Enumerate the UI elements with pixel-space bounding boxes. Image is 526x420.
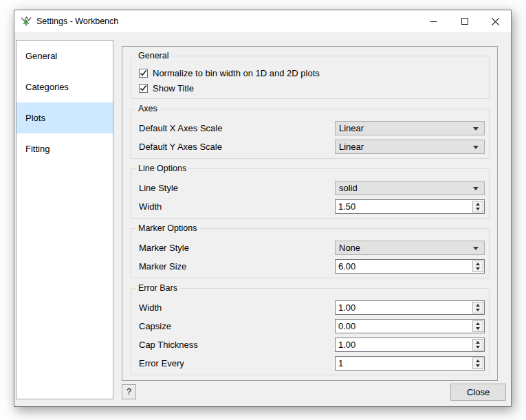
spin-up-button[interactable] bbox=[473, 261, 483, 267]
group-title: General bbox=[135, 51, 171, 61]
capsize-spinbox[interactable] bbox=[335, 319, 485, 333]
spin-buttons bbox=[472, 201, 483, 212]
triangle-up-icon bbox=[476, 263, 480, 265]
normalize-bin-width-checkbox[interactable] bbox=[139, 69, 148, 78]
checkbox-label: Show Title bbox=[153, 83, 194, 93]
dropdown-value: solid bbox=[339, 183, 358, 193]
triangle-down-icon bbox=[476, 346, 480, 349]
check-icon bbox=[140, 69, 147, 77]
row-label: Width bbox=[139, 201, 162, 212]
setting-row-cap-thickness: Cap Thickness bbox=[139, 338, 485, 352]
spin-down-button[interactable] bbox=[473, 308, 483, 313]
spin-buttons bbox=[472, 339, 483, 351]
triangle-down-icon bbox=[476, 309, 480, 311]
close-window-button[interactable] bbox=[480, 10, 511, 32]
settings-window: Settings - Workbench General Categories … bbox=[14, 10, 512, 407]
spin-up-button[interactable] bbox=[473, 201, 483, 207]
triangle-up-icon bbox=[476, 322, 480, 325]
spin-up-button[interactable] bbox=[473, 358, 483, 364]
dropdown-value: Linear bbox=[339, 123, 364, 133]
setting-row-marker-size: Marker Size bbox=[139, 259, 485, 274]
group-line-options: Line Options Line Style solid Width bbox=[131, 168, 490, 219]
spin-down-button[interactable] bbox=[473, 327, 483, 332]
setting-row-normalize-bin-width: Normalize to bin width on 1D and 2D plot… bbox=[139, 68, 485, 78]
sidebar-item-fitting[interactable]: Fitting bbox=[17, 133, 113, 164]
line-style-dropdown[interactable]: solid bbox=[335, 181, 485, 195]
error-every-spinbox[interactable] bbox=[335, 356, 485, 371]
line-width-spinbox[interactable] bbox=[335, 199, 485, 214]
row-label: Default X Axes Scale bbox=[139, 123, 222, 133]
sidebar-item-general[interactable]: General bbox=[17, 41, 113, 71]
errorbar-width-input[interactable] bbox=[336, 301, 470, 314]
setting-row-capsize: Capsize bbox=[139, 319, 485, 333]
row-label: Cap Thickness bbox=[139, 340, 198, 350]
triangle-up-icon bbox=[476, 304, 480, 307]
setting-row-y-scale: Default Y Axes Scale Linear bbox=[139, 140, 485, 154]
spin-buttons bbox=[472, 302, 483, 313]
chevron-down-icon bbox=[473, 187, 479, 190]
row-label: Default Y Axes Scale bbox=[139, 142, 222, 152]
chevron-down-icon bbox=[473, 146, 479, 149]
show-title-checkbox[interactable] bbox=[139, 84, 148, 93]
line-width-input[interactable] bbox=[336, 200, 470, 213]
marker-style-dropdown[interactable]: None bbox=[335, 241, 485, 255]
triangle-down-icon bbox=[476, 364, 480, 367]
spin-up-button[interactable] bbox=[473, 302, 483, 308]
spin-down-button[interactable] bbox=[473, 364, 483, 369]
window-title: Settings - Workbench bbox=[36, 16, 118, 26]
spin-down-button[interactable] bbox=[473, 207, 483, 212]
triangle-up-icon bbox=[476, 341, 480, 344]
triangle-up-icon bbox=[476, 203, 480, 206]
row-label: Error Every bbox=[139, 358, 184, 368]
dropdown-value: Linear bbox=[339, 142, 364, 152]
minimize-button[interactable] bbox=[418, 10, 449, 32]
help-button[interactable]: ? bbox=[122, 384, 136, 399]
close-icon bbox=[492, 18, 499, 25]
group-axes: Axes Default X Axes Scale Linear Default… bbox=[131, 109, 490, 159]
spin-buttons bbox=[472, 357, 483, 369]
marker-size-input[interactable] bbox=[336, 260, 470, 273]
setting-row-errorbar-width: Width bbox=[139, 300, 485, 315]
cap-thickness-input[interactable] bbox=[336, 338, 470, 351]
triangle-down-icon bbox=[476, 208, 480, 210]
spin-down-button[interactable] bbox=[473, 267, 483, 272]
title-bar: Settings - Workbench bbox=[14, 10, 511, 32]
default-x-axes-scale-dropdown[interactable]: Linear bbox=[335, 121, 485, 135]
spin-up-button[interactable] bbox=[473, 340, 483, 345]
row-label: Marker Style bbox=[139, 243, 189, 253]
chevron-down-icon bbox=[473, 127, 479, 131]
setting-row-marker-style: Marker Style None bbox=[139, 241, 485, 255]
mantid-logo-icon bbox=[21, 16, 32, 27]
sidebar-item-plots[interactable]: Plots bbox=[17, 102, 113, 133]
spin-down-button[interactable] bbox=[473, 345, 483, 351]
spin-buttons bbox=[472, 320, 483, 332]
maximize-button[interactable] bbox=[449, 10, 480, 32]
row-label: Width bbox=[139, 302, 162, 313]
check-icon bbox=[140, 85, 147, 92]
errorbar-width-spinbox[interactable] bbox=[335, 300, 485, 315]
sidebar-item-categories[interactable]: Categories bbox=[17, 71, 113, 102]
group-error-bars: Error Bars Width Capsize bbox=[131, 288, 490, 375]
setting-row-show-title: Show Title bbox=[139, 83, 485, 93]
plots-settings-panel: General Normalize to bin width on 1D and… bbox=[122, 46, 498, 381]
checkbox-label: Normalize to bin width on 1D and 2D plot… bbox=[153, 68, 320, 78]
group-title: Error Bars bbox=[135, 283, 180, 294]
group-title: Line Options bbox=[135, 164, 189, 174]
row-label: Line Style bbox=[139, 183, 178, 193]
chevron-down-icon bbox=[473, 247, 479, 250]
cap-thickness-spinbox[interactable] bbox=[335, 338, 485, 352]
error-every-input[interactable] bbox=[336, 357, 470, 370]
group-title: Marker Options bbox=[135, 223, 199, 234]
close-button[interactable]: Close bbox=[450, 384, 506, 401]
spin-buttons bbox=[472, 261, 483, 272]
triangle-up-icon bbox=[476, 360, 480, 362]
maximize-icon bbox=[461, 18, 468, 25]
default-y-axes-scale-dropdown[interactable]: Linear bbox=[335, 140, 485, 154]
triangle-down-icon bbox=[476, 327, 480, 330]
row-label: Capsize bbox=[139, 321, 171, 331]
spin-up-button[interactable] bbox=[473, 321, 483, 327]
group-marker-options: Marker Options Marker Style None Marker … bbox=[131, 228, 490, 278]
setting-row-line-width: Width bbox=[139, 199, 485, 214]
capsize-input[interactable] bbox=[336, 320, 470, 333]
marker-size-spinbox[interactable] bbox=[335, 259, 485, 274]
